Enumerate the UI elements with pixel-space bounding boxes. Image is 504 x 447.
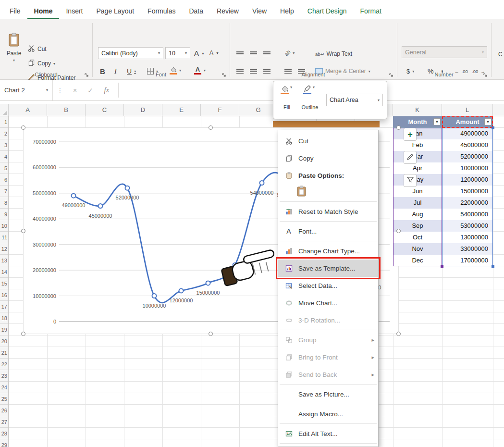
menu-item-save-as-template[interactable]: Save as Template... — [278, 260, 378, 277]
chart-selection-handle[interactable] — [396, 125, 401, 130]
menu-item-copy[interactable]: Copy — [278, 149, 378, 167]
row-header-4[interactable]: 4 — [0, 151, 8, 162]
formula-bar-drag-handle-icon[interactable]: ⋮ — [56, 80, 64, 100]
row-header-21[interactable]: 21 — [0, 347, 8, 359]
data-point-marker-may[interactable] — [179, 288, 184, 293]
cancel-icon[interactable]: × — [68, 80, 82, 100]
ribbon-tab-formulas[interactable]: Formulas — [141, 2, 182, 19]
ribbon-tab-data[interactable]: Data — [182, 2, 210, 19]
row-header-12[interactable]: 12 — [0, 243, 8, 255]
menu-item-change-chart-type[interactable]: Change Chart Type... — [278, 242, 378, 260]
column-header-e[interactable]: E — [162, 104, 201, 116]
ribbon-tab-file[interactable]: File — [3, 2, 27, 19]
table-cell-amount-mar[interactable]: 52000000 — [442, 151, 493, 162]
copy-button[interactable]: Copy ▾ — [28, 58, 55, 69]
column-header-l[interactable]: L — [442, 104, 493, 116]
ribbon-tab-insert[interactable]: Insert — [59, 2, 89, 19]
font-dialog-launcher-icon[interactable] — [222, 71, 228, 77]
outline-button[interactable]: ▾ — [303, 85, 315, 94]
menu-item-cut[interactable]: Cut — [278, 132, 378, 149]
row-header-14[interactable]: 14 — [0, 266, 8, 278]
menu-item-select-data[interactable]: Select Data... — [278, 277, 378, 294]
table-cell-amount-nov[interactable]: 33000000 — [442, 243, 493, 255]
chart-selection-handle[interactable] — [21, 229, 25, 233]
table-cell-month-dec[interactable]: Dec — [393, 255, 442, 266]
chart-selection-handle[interactable] — [21, 125, 25, 130]
row-header-16[interactable]: 16 — [0, 289, 8, 301]
enter-check-icon[interactable]: ✓ — [84, 80, 97, 100]
table-cell-amount-jan[interactable]: 49000000 — [442, 128, 493, 139]
wrap-text-button[interactable]: ab↩ Wrap Text — [315, 48, 352, 60]
font-name-select[interactable]: Calibri (Body) ▾ — [98, 47, 163, 59]
table-header-amount[interactable]: Amount ▾ — [442, 116, 493, 128]
menu-item-format-chart-area[interactable]: Format Chart Area... — [278, 445, 378, 447]
row-header-24[interactable]: 24 — [0, 382, 8, 393]
row-header-13[interactable]: 13 — [0, 255, 8, 266]
column-header-a[interactable]: A — [9, 104, 47, 116]
table-cell-month-aug[interactable]: Aug — [393, 209, 442, 220]
row-header-23[interactable]: 23 — [0, 370, 8, 382]
menu-item-reset-to-match-style[interactable]: Reset to Match Style — [278, 203, 378, 220]
table-cell-month-jun[interactable]: Jun — [393, 186, 442, 197]
ribbon-tab-page-layout[interactable]: Page Layout — [89, 2, 141, 19]
alignment-dialog-launcher-icon[interactable] — [389, 71, 395, 77]
paste-button[interactable]: Paste ▾ — [3, 23, 25, 72]
table-cell-amount-jun[interactable]: 15000000 — [442, 186, 493, 197]
table-cell-month-may[interactable]: May — [393, 174, 442, 186]
align-middle-button[interactable] — [250, 48, 257, 60]
table-cell-month-nov[interactable]: Nov — [393, 243, 442, 255]
table-cell-month-mar[interactable]: Mar — [393, 151, 442, 162]
table-cell-amount-apr[interactable]: 10000000 — [442, 162, 493, 174]
decrease-font-size-button[interactable]: A▼ — [209, 47, 219, 59]
cut-button[interactable]: Cut — [28, 43, 47, 55]
row-header-26[interactable]: 26 — [0, 405, 8, 416]
row-header-29[interactable]: 29 — [0, 439, 8, 447]
clipboard-dialog-launcher-icon[interactable] — [85, 71, 90, 77]
orientation-button[interactable]: ab▾ — [284, 47, 295, 59]
menu-item-edit-alt-text[interactable]: Edit Alt Text... — [278, 425, 378, 442]
table-cell-amount-may[interactable]: 12000000 — [442, 174, 493, 186]
chart-selection-handle[interactable] — [396, 332, 401, 336]
table-cell-month-apr[interactable]: Apr — [393, 162, 442, 174]
data-point-marker-mar[interactable] — [125, 186, 130, 190]
row-header-28[interactable]: 28 — [0, 428, 8, 439]
data-point-marker-jan[interactable] — [72, 194, 76, 198]
table-cell-month-jan[interactable]: Jan — [393, 128, 442, 139]
row-header-6[interactable]: 6 — [0, 174, 8, 186]
select-all-corner[interactable] — [0, 104, 9, 116]
menu-item-move-chart[interactable]: Move Chart... — [278, 294, 378, 311]
row-header-17[interactable]: 17 — [0, 301, 8, 312]
row-header-15[interactable]: 15 — [0, 278, 8, 289]
column-header-c[interactable]: C — [86, 104, 124, 116]
ribbon-tab-format[interactable]: Format — [354, 2, 388, 19]
paste-keep-source-formatting-button[interactable] — [296, 186, 307, 199]
row-header-1[interactable]: 1 — [0, 116, 8, 128]
table-cell-month-feb[interactable]: Feb — [393, 139, 442, 151]
ribbon-tab-review[interactable]: Review — [210, 2, 246, 19]
align-bottom-button[interactable] — [263, 48, 270, 60]
table-cell-amount-jul[interactable]: 22000000 — [442, 197, 493, 209]
fill-button[interactable]: ▾ — [280, 85, 292, 94]
row-header-25[interactable]: 25 — [0, 393, 8, 405]
ribbon-tab-help[interactable]: Help — [273, 2, 301, 19]
row-header-22[interactable]: 22 — [0, 359, 8, 370]
menu-item-assign-macro[interactable]: Assign Macro... — [278, 405, 378, 422]
insert-function-button[interactable]: fx — [100, 80, 113, 100]
column-header-k[interactable]: K — [393, 104, 442, 116]
row-header-11[interactable]: 11 — [0, 232, 8, 243]
chart-selection-handle[interactable] — [209, 332, 213, 336]
data-point-marker-jun[interactable] — [206, 281, 210, 285]
blue-fill-handle[interactable] — [492, 265, 494, 268]
data-point-marker-aug[interactable] — [260, 181, 264, 185]
data-point-marker-jul[interactable] — [233, 263, 237, 267]
filter-dropdown-icon[interactable]: ▾ — [433, 118, 441, 125]
data-point-marker-apr[interactable] — [152, 294, 157, 298]
table-cell-month-oct[interactable]: Oct — [393, 232, 442, 243]
row-header-7[interactable]: 7 — [0, 186, 8, 197]
column-header-g[interactable]: G — [239, 104, 278, 116]
data-point-marker-feb[interactable] — [98, 204, 103, 208]
table-cell-amount-aug[interactable]: 54000000 — [442, 209, 493, 220]
chart-filters-button[interactable] — [404, 174, 417, 187]
row-header-8[interactable]: 8 — [0, 197, 8, 209]
chart-element-select[interactable]: Chart Area ▾ — [326, 94, 383, 106]
